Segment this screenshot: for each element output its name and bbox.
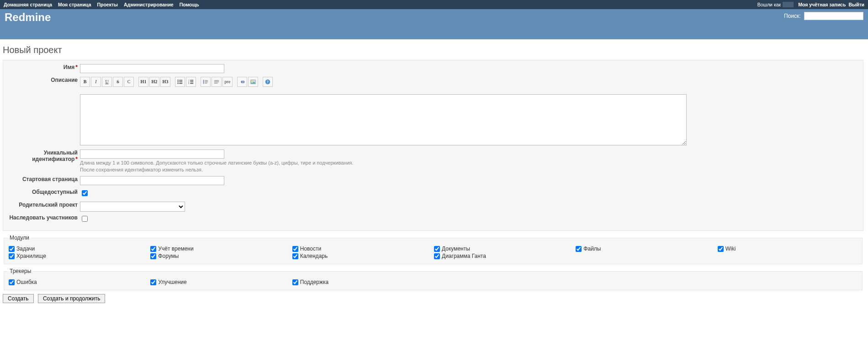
nav-logout[interactable]: Выйти (848, 2, 864, 7)
toolbar-code-icon[interactable]: C (124, 77, 134, 87)
svg-rect-1 (179, 80, 182, 80)
toolbar-link-icon[interactable] (237, 77, 247, 87)
nav-admin[interactable]: Администрирование (124, 2, 174, 7)
app-title: Redmine (5, 11, 863, 24)
tracker-item[interactable]: Ошибка (9, 279, 148, 285)
toolbar-ol-icon[interactable]: 123 (186, 77, 196, 87)
toolbar-quote-icon[interactable] (201, 77, 211, 87)
module-item[interactable]: Форумы (150, 253, 290, 259)
tracker-checkbox[interactable] (292, 279, 298, 285)
module-item[interactable]: Календарь (292, 253, 432, 259)
svg-rect-16 (214, 80, 219, 80)
module-item[interactable]: Wiki (718, 246, 857, 252)
svg-rect-17 (214, 81, 219, 82)
parent-select[interactable] (80, 202, 185, 212)
create-button[interactable] (3, 294, 34, 303)
toolbar-h1-icon[interactable]: H1 (138, 77, 148, 87)
svg-rect-15 (205, 83, 207, 83)
module-item[interactable]: Задачи (9, 246, 148, 252)
module-item[interactable]: Файлы (576, 246, 715, 252)
nav-home[interactable]: Домашняя страница (4, 2, 52, 7)
identifier-hint: Длина между 1 и 100 символов. Допускаютс… (80, 160, 859, 174)
tracker-checkbox[interactable] (9, 279, 15, 285)
svg-rect-9 (190, 81, 193, 82)
svg-point-2 (177, 81, 178, 82)
nav-my-account[interactable]: Моя учётная запись (798, 2, 846, 7)
create-continue-button[interactable] (38, 294, 105, 303)
toolbar-h2-icon[interactable]: H2 (149, 77, 159, 87)
module-item[interactable]: Диаграмма Ганта (434, 253, 574, 259)
nav-mypage[interactable]: Моя страница (58, 2, 91, 7)
tracker-label: Поддержка (300, 279, 329, 285)
toolbar-image-icon[interactable] (248, 77, 258, 87)
label-identifier: Уникальный идентификатор* (7, 150, 78, 162)
module-checkbox[interactable] (292, 246, 298, 252)
module-checkbox[interactable] (150, 253, 156, 259)
module-checkbox[interactable] (576, 246, 582, 252)
nav-projects[interactable]: Проекты (97, 2, 118, 7)
header: Поиск: Redmine (0, 9, 868, 39)
trackers-legend: Трекеры (8, 268, 33, 274)
tracker-checkbox[interactable] (150, 279, 156, 285)
tracker-item[interactable]: Улучшение (150, 279, 290, 285)
toolbar-pre-icon[interactable]: pre (222, 77, 233, 87)
svg-point-4 (177, 83, 178, 84)
module-label: Документы (442, 246, 470, 252)
module-item[interactable]: Новости (292, 246, 432, 252)
tracker-label: Улучшение (158, 279, 186, 285)
logged-as-label: Вошли как (757, 2, 781, 7)
svg-rect-7 (190, 80, 193, 80)
module-checkbox[interactable] (292, 253, 298, 259)
label-inherit: Наследовать участников (7, 214, 78, 221)
page-title: Новый проект (3, 45, 863, 55)
svg-rect-11 (190, 83, 193, 83)
svg-rect-13 (205, 80, 208, 80)
module-item[interactable]: Хранилище (9, 253, 148, 259)
description-textarea[interactable] (80, 94, 687, 145)
svg-rect-18 (214, 83, 218, 83)
module-item[interactable]: Учёт времени (150, 246, 290, 252)
search-input[interactable] (804, 12, 863, 20)
svg-rect-14 (205, 81, 208, 82)
svg-rect-3 (179, 81, 182, 82)
inherit-checkbox[interactable] (82, 216, 88, 222)
homepage-input[interactable] (80, 176, 224, 185)
tracker-item[interactable]: Поддержка (292, 279, 432, 285)
toolbar-ul-icon[interactable] (175, 77, 185, 87)
toolbar-help-icon[interactable]: ? (263, 77, 273, 87)
svg-text:?: ? (267, 80, 269, 84)
module-checkbox[interactable] (150, 246, 156, 252)
toolbar-strike-icon[interactable]: S (113, 77, 123, 87)
toolbar-bold-icon[interactable]: B (80, 77, 90, 87)
svg-rect-5 (179, 83, 182, 83)
content: Новый проект Имя* Описание B I U S C H1 … (0, 39, 868, 312)
label-homepage: Стартовая страница (7, 176, 78, 182)
module-checkbox[interactable] (718, 246, 724, 252)
module-checkbox[interactable] (9, 253, 15, 259)
svg-point-0 (177, 80, 178, 80)
toolbar-unquote-icon[interactable] (212, 77, 222, 87)
module-label: Новости (300, 246, 321, 252)
identifier-input[interactable] (80, 150, 224, 159)
trackers-fieldset: Трекеры ОшибкаУлучшениеПоддержка (4, 268, 863, 290)
module-label: Задачи (16, 246, 35, 252)
module-checkbox[interactable] (434, 253, 440, 259)
name-input[interactable] (80, 64, 224, 73)
public-checkbox[interactable] (82, 190, 88, 196)
svg-text:3: 3 (188, 82, 190, 85)
search-label: Поиск: (784, 13, 801, 19)
module-item[interactable]: Документы (434, 246, 574, 252)
nav-help[interactable]: Помощь (180, 2, 199, 7)
quick-search: Поиск: (784, 12, 863, 20)
submit-buttons (3, 294, 863, 303)
label-name: Имя* (7, 64, 78, 70)
toolbar-italic-icon[interactable]: I (91, 77, 101, 87)
module-checkbox[interactable] (9, 246, 15, 252)
toolbar-h3-icon[interactable]: H3 (160, 77, 170, 87)
label-description: Описание (7, 77, 78, 83)
module-label: Хранилище (16, 253, 46, 259)
label-parent: Родительский проект (7, 202, 78, 208)
module-checkbox[interactable] (434, 246, 440, 252)
toolbar-underline-icon[interactable]: U (102, 77, 112, 87)
module-label: Учёт времени (158, 246, 193, 252)
